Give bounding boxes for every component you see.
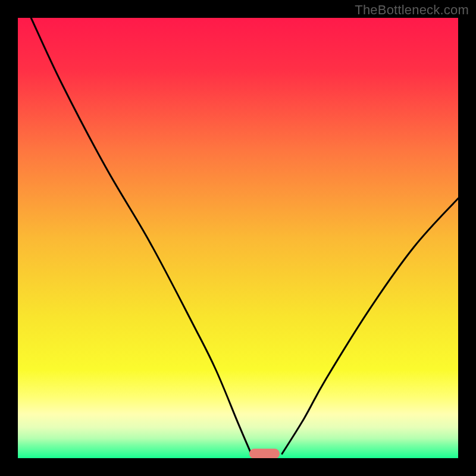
curve-right-branch bbox=[282, 198, 458, 453]
curve-left-branch bbox=[31, 18, 251, 454]
plot-area bbox=[18, 18, 458, 458]
chart-frame: TheBottleneck.com bbox=[0, 0, 476, 476]
minimum-marker bbox=[249, 449, 280, 458]
watermark-text: TheBottleneck.com bbox=[355, 2, 469, 18]
bottleneck-curve bbox=[18, 18, 458, 458]
